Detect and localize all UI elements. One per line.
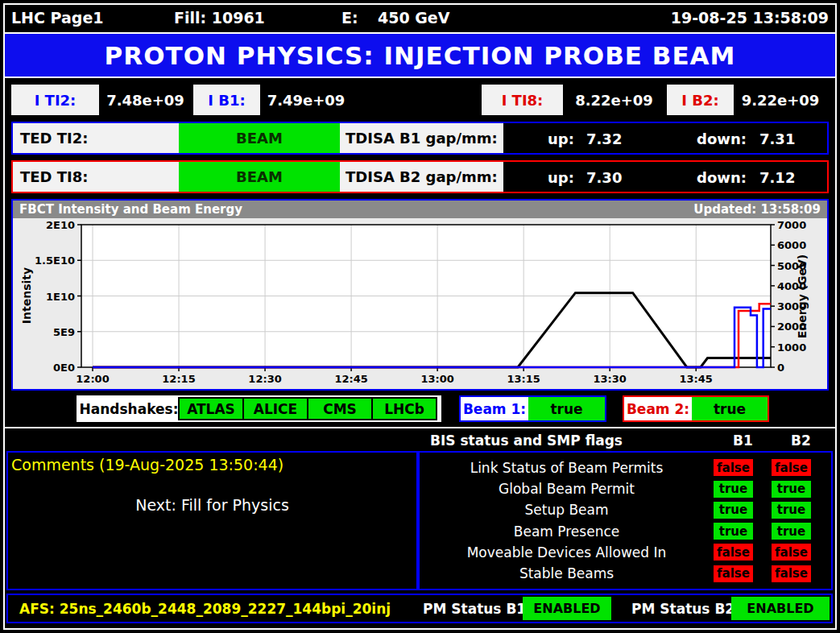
bis-flag-b2: false	[772, 565, 811, 582]
pm-status-b1-label: PM Status B1	[423, 601, 526, 617]
bis-flag-b2: false	[772, 544, 811, 561]
comments-title: Comments (19-Aug-2025 13:50:44)	[11, 456, 283, 474]
svg-text:6000: 6000	[777, 239, 806, 251]
svg-text:12:45: 12:45	[334, 373, 367, 385]
bis-flag-b1: false	[714, 459, 753, 476]
bis-row-moveable-devices: Moveable Devices Allowed In false false	[420, 544, 831, 561]
page-title-banner: PROTON PHYSICS: INJECTION PROBE BEAM	[3, 32, 837, 78]
intensity-value-b1: 7.49e+09	[266, 85, 346, 115]
beam1-label: Beam 1:	[461, 397, 528, 420]
svg-text:1E10: 1E10	[46, 291, 75, 303]
ted-ti8-row: TED TI8: BEAM TDISA B2 gap/mm: up: 7.30 …	[11, 160, 829, 193]
bis-col-b2: B2	[781, 432, 821, 449]
gap-down-value: 7.12	[759, 168, 795, 185]
ted-ti8-status: BEAM	[179, 162, 340, 192]
svg-text:5E9: 5E9	[53, 326, 75, 338]
handshake-cms: CMS	[307, 397, 373, 420]
bis-row-label: Link Status of Beam Permits	[420, 460, 714, 476]
gap-down-label: down:	[697, 130, 747, 147]
beam2-value: true	[692, 397, 768, 420]
handshake-atlas: ATLAS	[178, 397, 244, 420]
svg-text:0: 0	[777, 362, 784, 374]
chart-title-strip: FBCT Intensity and Beam Energy Updated: …	[13, 201, 827, 218]
bis-flag-b1: false	[714, 565, 753, 582]
chart-updated: Updated: 13:58:09	[693, 202, 821, 217]
svg-text:1.5E10: 1.5E10	[35, 254, 75, 267]
handshake-lhcb: LHCb	[371, 397, 437, 420]
svg-text:13:45: 13:45	[680, 373, 713, 385]
bis-row-global-permit: Global Beam Permit true true	[420, 481, 831, 498]
bis-header-row: BIS status and SMP flags B1 B2	[0, 432, 840, 450]
svg-text:Energy (GeV): Energy (GeV)	[796, 254, 809, 339]
comments-box: Comments (19-Aug-2025 13:50:44) Next: Fi…	[6, 451, 418, 590]
bis-row-link-status: Link Status of Beam Permits false false	[420, 459, 831, 476]
svg-text:1000: 1000	[777, 341, 806, 354]
beam2-label: Beam 2:	[624, 397, 692, 420]
bis-flag-b2: true	[772, 523, 811, 540]
gap-down-value: 7.31	[759, 130, 795, 147]
svg-text:12:15: 12:15	[162, 373, 195, 385]
tdisa-b2-gap-label: TDISA B2 gap/mm:	[340, 162, 503, 192]
tdisa-b1-gap-label: TDISA B1 gap/mm:	[340, 123, 503, 153]
fbct-chart: 0E05E91E101.5E102E1001000200030004000500…	[13, 218, 827, 392]
top-status-bar: LHC Page1 Fill: 10961 E: 450 GeV 19-08-2…	[11, 9, 829, 30]
bis-flag-b1: true	[714, 523, 753, 540]
page-title: PROTON PHYSICS: INJECTION PROBE BEAM	[105, 41, 736, 70]
pm-status-b2-label: PM Status B2	[631, 601, 734, 617]
svg-text:13:00: 13:00	[420, 373, 453, 385]
energy-value: 450 GeV	[378, 9, 449, 27]
chart-title: FBCT Intensity and Beam Energy	[19, 202, 242, 217]
beam2-status-box: Beam 2: true	[623, 395, 769, 422]
bis-row-label: Beam Presence	[420, 523, 714, 540]
ted-ti8-label: TED TI8:	[13, 162, 179, 192]
gap-up-label: up:	[548, 130, 574, 147]
ted-ti2-row: TED TI2: BEAM TDISA B1 gap/mm: up: 7.32 …	[11, 122, 829, 155]
bis-header-title: BIS status and SMP flags	[430, 432, 623, 449]
svg-text:12:30: 12:30	[248, 373, 281, 385]
beam1-value: true	[528, 397, 605, 420]
intensity-value-ti8: 8.22e+09	[572, 85, 656, 115]
bis-row-stable-beams: Stable Beams false false	[420, 565, 831, 582]
intensity-value-b2: 9.22e+09	[738, 85, 823, 115]
ted-ti2-label: TED TI2:	[13, 123, 179, 153]
svg-text:12:00: 12:00	[76, 373, 109, 385]
handshakes-box: Handshakes: ATLAS ALICE CMS LHCb	[77, 395, 441, 422]
intensity-label-b1: I B1:	[193, 85, 260, 115]
gap-down-label: down:	[697, 168, 747, 185]
bis-row-beam-presence: Beam Presence true true	[420, 523, 831, 540]
bis-row-label: Moveable Devices Allowed In	[420, 544, 714, 561]
bis-row-setup-beam: Setup Beam true true	[420, 502, 831, 519]
fill-number: Fill: 10961	[174, 9, 265, 27]
gap-up-label: up:	[548, 168, 574, 185]
afs-scheme: AFS: 25ns_2460b_2448_2089_2227_144bpi_20…	[19, 601, 391, 617]
svg-text:2E10: 2E10	[46, 219, 75, 231]
bis-flag-b2: true	[772, 502, 811, 519]
datetime: 19-08-25 13:58:09	[671, 9, 829, 27]
bis-row-label: Stable Beams	[420, 565, 714, 581]
fbct-chart-panel: FBCT Intensity and Beam Energy Updated: …	[11, 199, 829, 391]
intensity-label-b2: I B2:	[667, 85, 734, 115]
pm-status-b1-value: ENABLED	[523, 597, 611, 620]
bis-flag-b2: true	[772, 481, 811, 498]
energy-label: E:	[341, 9, 358, 27]
footer-bar: AFS: 25ns_2460b_2448_2089_2227_144bpi_20…	[6, 594, 833, 623]
bis-row-label: Setup Beam	[420, 502, 714, 518]
comments-body: Next: Fill for Physics	[8, 496, 416, 514]
tdisa-b2-values: up: 7.30 down: 7.12	[503, 162, 827, 192]
pm-status-b2-value: ENABLED	[731, 597, 830, 620]
lhc-page1-screen: { "header": { "app_title": "LHC Page1", …	[0, 0, 840, 633]
bis-flag-b1: true	[714, 502, 753, 519]
bis-flags-box: Link Status of Beam Permits false false …	[418, 451, 833, 590]
ted-ti2-status: BEAM	[179, 123, 340, 153]
handshake-alice: ALICE	[242, 397, 308, 420]
intensity-label-ti8: I TI8:	[482, 85, 563, 115]
svg-text:Intensity: Intensity	[20, 267, 33, 324]
bis-col-b1: B1	[723, 432, 763, 449]
intensity-value-ti2: 7.48e+09	[103, 85, 188, 115]
handshakes-label: Handshakes:	[78, 401, 180, 417]
gap-up-value: 7.30	[586, 168, 622, 185]
section-divider	[3, 427, 837, 428]
tdisa-b1-values: up: 7.32 down: 7.31	[503, 123, 827, 153]
bis-flag-b1: true	[714, 481, 753, 498]
svg-text:13:15: 13:15	[507, 373, 540, 385]
